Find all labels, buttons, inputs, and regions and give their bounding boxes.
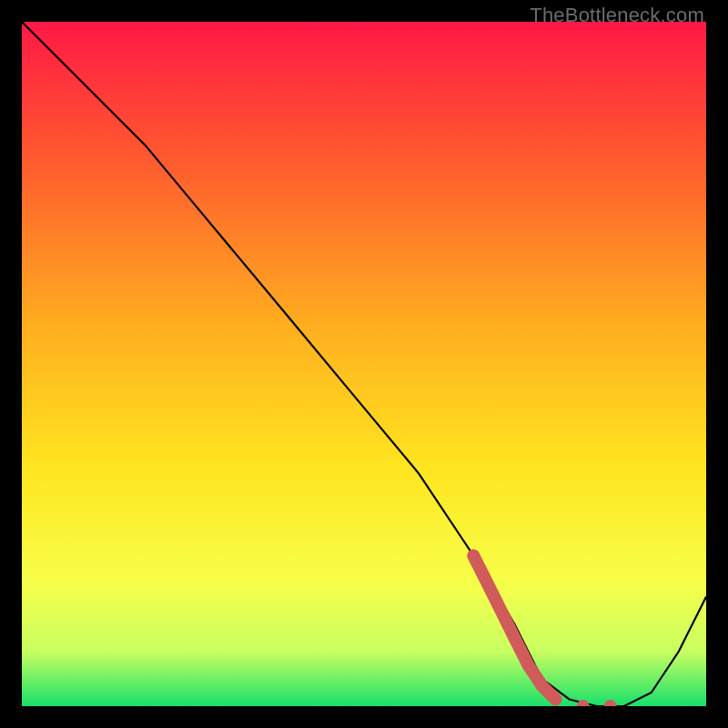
bottleneck-chart (22, 22, 706, 706)
chart-frame (22, 22, 706, 706)
